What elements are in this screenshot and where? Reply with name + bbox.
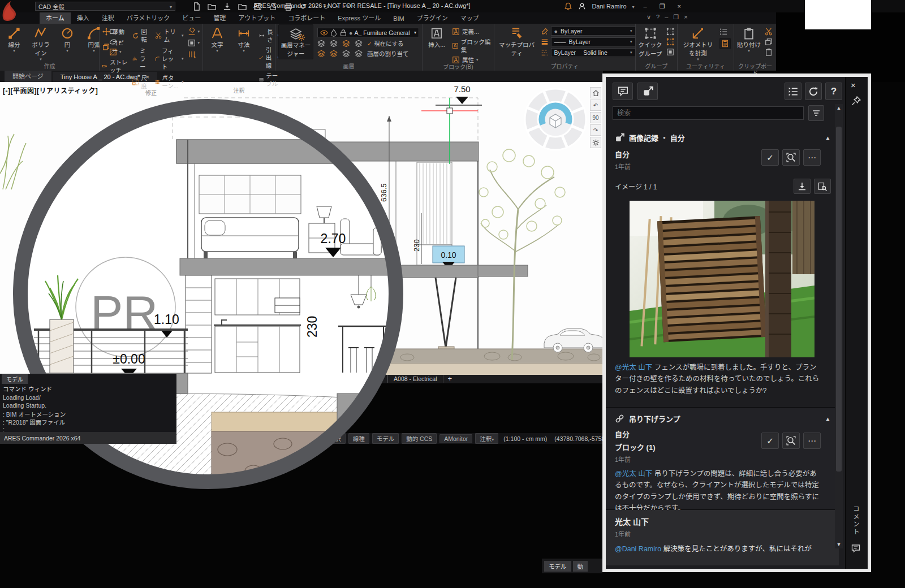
dropdown-icon[interactable]: ▾: [66, 49, 68, 53]
zoom-to-comment-button[interactable]: [782, 433, 800, 449]
pattern-tool[interactable]: パターン...▾: [155, 74, 184, 90]
new-file-button[interactable]: [191, 2, 201, 11]
home-view-button[interactable]: [590, 87, 601, 98]
line-tool[interactable]: 線分▾: [3, 24, 25, 53]
move-tool[interactable]: 移動: [102, 28, 128, 36]
define-block-tool[interactable]: 定義...: [452, 28, 490, 36]
layer-freeze-icon[interactable]: [342, 40, 350, 47]
dropdown-icon[interactable]: ▾: [40, 58, 42, 61]
help-icon[interactable]: ?: [656, 14, 660, 21]
scroll-up-icon[interactable]: ▲: [835, 104, 843, 112]
previous-view-button[interactable]: ↶: [590, 100, 601, 111]
measure-geometry-tool[interactable]: ジオメトリを計測▾: [680, 24, 716, 61]
tab-home[interactable]: ホーム: [40, 11, 71, 24]
fragment-model-tab[interactable]: モデル: [544, 561, 571, 572]
resolve-button[interactable]: ✓: [761, 149, 779, 166]
table-tool[interactable]: テーブル: [259, 72, 279, 88]
list-properties-tool[interactable]: [719, 28, 731, 36]
layer-unisolate-icon[interactable]: [330, 50, 338, 58]
dimension-tool[interactable]: 寸法▾: [232, 24, 255, 53]
viewport-label[interactable]: [-][平面図][リアリスティック]: [3, 85, 98, 95]
tab-parametric[interactable]: パラメトリック: [120, 11, 176, 24]
make-current-button[interactable]: 現在にする: [367, 40, 403, 47]
group-edit-tool[interactable]: [666, 38, 674, 46]
layer-off-icon[interactable]: [317, 40, 325, 47]
filter-button[interactable]: [808, 105, 824, 121]
ribbon-restore-icon[interactable]: ❐: [673, 14, 679, 21]
layer-thaw-icon[interactable]: [342, 50, 350, 58]
attributes-tool[interactable]: 属性▾: [452, 56, 490, 64]
align-tool[interactable]: [188, 50, 200, 58]
scroll-down-icon[interactable]: ▼: [835, 541, 843, 548]
tab-collaborate[interactable]: コラボレート: [282, 11, 331, 24]
circle-tool[interactable]: 円▾: [56, 24, 79, 53]
tab-start-page[interactable]: 開始ページ: [5, 70, 51, 82]
export-comments-button[interactable]: [637, 83, 658, 100]
paste-special-tool[interactable]: [765, 48, 773, 56]
tab-output[interactable]: アウトプット: [232, 11, 282, 24]
tab-map[interactable]: マップ: [454, 11, 485, 24]
model-tab[interactable]: モデル: [2, 374, 28, 384]
dropdown-icon[interactable]: ▾: [13, 49, 15, 53]
lineweight-dropdown[interactable]: ——ByLayer▾: [551, 37, 636, 46]
layer-lock-icon[interactable]: [355, 40, 363, 47]
fillet-tool[interactable]: フィレット▾: [155, 47, 184, 71]
cut-tool[interactable]: [765, 28, 773, 36]
mention-link[interactable]: @Dani Ramiro: [615, 545, 661, 553]
ribbon-minimize-icon[interactable]: –: [665, 14, 668, 21]
collapse-thread-icon[interactable]: [825, 416, 831, 422]
ribbon-close-icon[interactable]: ×: [684, 14, 687, 21]
user-menu-chevron-icon[interactable]: [632, 3, 635, 10]
tab-bim[interactable]: BIM: [387, 14, 411, 24]
tab-plugins[interactable]: プラグイン: [411, 11, 454, 24]
ribbon-collapse-icon[interactable]: ∨: [647, 14, 651, 21]
pin-icon[interactable]: [851, 96, 861, 106]
scrollbar-thumb[interactable]: [836, 127, 842, 472]
help-button[interactable]: ?: [825, 83, 842, 100]
more-options-button[interactable]: ⋯: [803, 433, 821, 449]
minimize-button[interactable]: –: [640, 3, 650, 10]
notification-bell-icon[interactable]: [564, 2, 572, 11]
wheel-settings-button[interactable]: [590, 137, 601, 148]
mention-link[interactable]: @光太 山下: [615, 364, 652, 371]
group-select-tool[interactable]: [666, 48, 674, 56]
workspace-selector[interactable]: CAD 全般: [35, 2, 175, 11]
mention-link[interactable]: @光太 山下: [615, 470, 652, 478]
text-tool[interactable]: 文字▾: [206, 24, 229, 53]
insert-block-tool[interactable]: 挿入...: [425, 24, 448, 49]
calculator-tool[interactable]: [719, 38, 731, 49]
paste-tool[interactable]: 貼り付け▾: [737, 24, 761, 53]
layer-on-icon[interactable]: [317, 50, 325, 58]
preview-image-button[interactable]: [814, 179, 831, 194]
refresh-comments-button[interactable]: [805, 83, 822, 100]
close-button[interactable]: ×: [674, 3, 684, 10]
resolve-button[interactable]: ✓: [761, 433, 779, 449]
tab-annotate[interactable]: 注釈: [96, 11, 120, 24]
dropdown-icon[interactable]: ▾: [93, 49, 95, 53]
ungroup-tool[interactable]: [666, 28, 674, 36]
mirror-tool[interactable]: ミラー: [132, 47, 150, 71]
layer-unlock-icon[interactable]: [355, 50, 363, 58]
fragment-partial-tab[interactable]: 動: [573, 561, 588, 572]
stretch-tool[interactable]: ストレッチ: [102, 58, 128, 74]
next-view-button[interactable]: ↷: [590, 124, 601, 136]
rotate-90-button[interactable]: 90: [590, 112, 601, 123]
polyline-tool[interactable]: ポリライン▾: [29, 24, 52, 61]
match-properties-tool[interactable]: マッチプロパティ: [497, 24, 537, 57]
more-options-button[interactable]: ⋯: [803, 149, 821, 166]
layer-isolate-icon[interactable]: [330, 40, 338, 47]
scale-tool[interactable]: 尺度: [132, 74, 150, 90]
user-menu[interactable]: Dani Ramiro: [592, 3, 626, 10]
trim-tool[interactable]: トリム▾: [155, 28, 184, 44]
tab-express-tools[interactable]: Express ツール: [331, 11, 387, 24]
copy-tool[interactable]: コピー: [102, 39, 128, 55]
linetype-dropdown[interactable]: ByLayerSolid line▾: [551, 48, 636, 57]
navigation-wheel[interactable]: [525, 89, 586, 150]
tab-view[interactable]: ビュー: [176, 11, 207, 24]
command-window[interactable]: モデル コマンド ウィンド Loading Load/ Loading Star…: [0, 374, 176, 444]
tab-manage[interactable]: 管理: [207, 11, 232, 24]
layer-assign-button[interactable]: 画層の割り当て: [367, 50, 409, 58]
offset-tool[interactable]: ▾: [188, 39, 200, 47]
copy-clip-tool[interactable]: [765, 38, 773, 46]
new-comment-button[interactable]: [613, 83, 633, 100]
